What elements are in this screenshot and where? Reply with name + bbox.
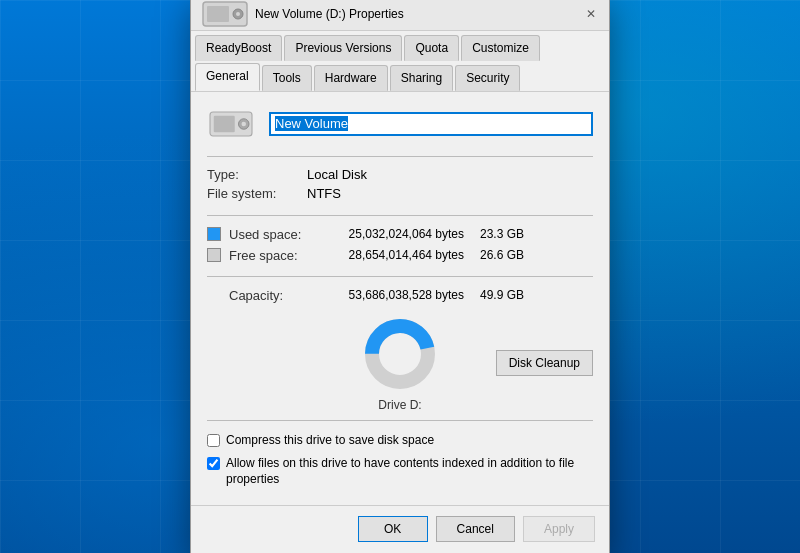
compress-checkbox[interactable] — [207, 434, 220, 447]
volume-name-input[interactable] — [269, 112, 593, 136]
type-row: Type: Local Disk — [207, 165, 593, 184]
filesystem-row: File system: NTFS — [207, 184, 593, 203]
tabs-area: ReadyBoost Previous Versions Quota Custo… — [191, 31, 609, 92]
capacity-bytes: 53,686,038,528 bytes — [314, 288, 464, 302]
drive-label: Drive D: — [378, 398, 421, 412]
tab-readyboost[interactable]: ReadyBoost — [195, 35, 282, 61]
separator-1 — [207, 156, 593, 157]
tab-customize[interactable]: Customize — [461, 35, 540, 61]
dialog-title: New Volume (D:) Properties — [255, 7, 404, 21]
disk-cleanup-button[interactable]: Disk Cleanup — [496, 350, 593, 376]
chart-section: Drive D: Disk Cleanup — [207, 314, 593, 412]
svg-rect-1 — [207, 6, 229, 22]
separator-4 — [207, 420, 593, 421]
space-section: Used space: 25,032,024,064 bytes 23.3 GB… — [207, 224, 593, 266]
free-space-label: Free space: — [229, 248, 314, 263]
separator-2 — [207, 215, 593, 216]
used-color-box — [207, 227, 221, 241]
compress-label[interactable]: Compress this drive to save disk space — [226, 432, 434, 449]
tab-previous-versions[interactable]: Previous Versions — [284, 35, 402, 61]
cancel-button[interactable]: Cancel — [436, 516, 515, 542]
free-space-row: Free space: 28,654,014,464 bytes 26.6 GB — [207, 245, 593, 266]
svg-point-7 — [242, 122, 247, 127]
used-space-gb: 23.3 GB — [464, 227, 524, 241]
index-checkbox[interactable] — [207, 457, 220, 470]
filesystem-value: NTFS — [307, 186, 341, 201]
ok-button[interactable]: OK — [358, 516, 428, 542]
capacity-label: Capacity: — [229, 288, 314, 303]
separator-3 — [207, 276, 593, 277]
free-color-box — [207, 248, 221, 262]
close-button[interactable]: ✕ — [581, 4, 601, 24]
title-bar: New Volume (D:) Properties ✕ — [191, 0, 609, 31]
index-checkbox-row: Allow files on this drive to have conten… — [207, 452, 593, 492]
checkbox-section: Compress this drive to save disk space A… — [207, 429, 593, 495]
main-content: Type: Local Disk File system: NTFS Used … — [191, 92, 609, 505]
capacity-gb: 49.9 GB — [464, 288, 524, 302]
used-space-label: Used space: — [229, 227, 314, 242]
svg-point-3 — [236, 12, 240, 16]
tab-sharing[interactable]: Sharing — [390, 65, 453, 91]
capacity-row: Capacity: 53,686,038,528 bytes 49.9 GB — [229, 285, 593, 306]
tab-security[interactable]: Security — [455, 65, 520, 91]
tab-hardware[interactable]: Hardware — [314, 65, 388, 91]
info-table: Type: Local Disk File system: NTFS — [207, 165, 593, 203]
tab-row-1: ReadyBoost Previous Versions Quota Custo… — [191, 31, 609, 61]
chart-center: Drive D: — [336, 314, 465, 412]
type-label: Type: — [207, 167, 307, 182]
tab-general[interactable]: General — [195, 63, 260, 91]
filesystem-label: File system: — [207, 186, 307, 201]
tab-quota[interactable]: Quota — [404, 35, 459, 61]
tab-tools[interactable]: Tools — [262, 65, 312, 91]
compress-checkbox-row: Compress this drive to save disk space — [207, 429, 593, 452]
apply-button[interactable]: Apply — [523, 516, 595, 542]
tab-row-2: General Tools Hardware Sharing Security — [191, 61, 609, 91]
free-space-gb: 26.6 GB — [464, 248, 524, 262]
index-label[interactable]: Allow files on this drive to have conten… — [226, 455, 593, 489]
title-left: New Volume (D:) Properties — [201, 0, 404, 32]
type-value: Local Disk — [307, 167, 367, 182]
drive-header — [207, 106, 593, 142]
used-space-bytes: 25,032,024,064 bytes — [314, 227, 464, 241]
drive-icon — [207, 106, 255, 142]
button-bar: OK Cancel Apply — [191, 505, 609, 553]
svg-rect-5 — [214, 116, 235, 133]
donut-chart — [360, 314, 440, 394]
used-space-row: Used space: 25,032,024,064 bytes 23.3 GB — [207, 224, 593, 245]
free-space-bytes: 28,654,014,464 bytes — [314, 248, 464, 262]
drive-titlebar-icon — [201, 0, 249, 32]
properties-dialog: New Volume (D:) Properties ✕ ReadyBoost … — [190, 0, 610, 553]
